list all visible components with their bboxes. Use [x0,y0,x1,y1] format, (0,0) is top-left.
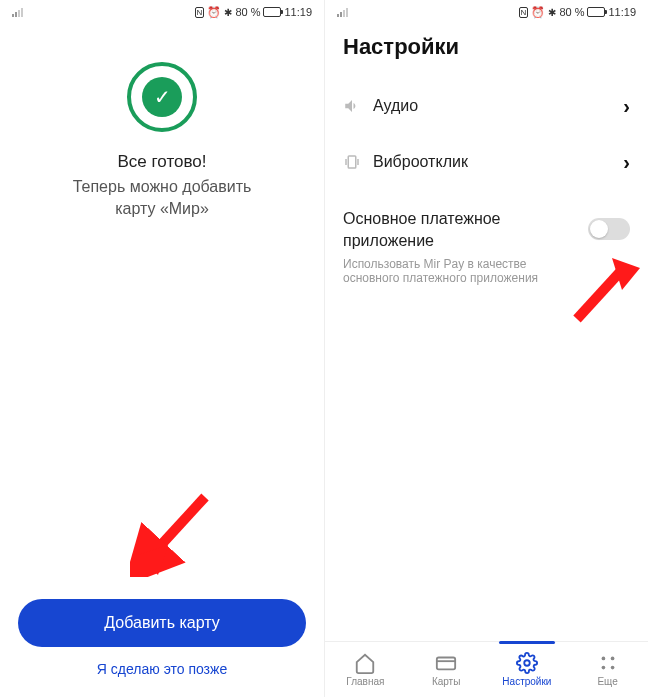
svg-line-6 [577,272,620,319]
vibration-icon [343,153,373,171]
svg-point-14 [610,666,614,670]
status-bar: N ⏰ ✱ 80 % 11:19 [0,0,324,22]
home-icon [354,652,376,674]
page-title: Настройки [343,22,630,78]
success-check-icon: ✓ [127,62,197,132]
battery-percent: 80 % [235,6,260,18]
status-time: 11:19 [608,6,636,18]
row-label: Виброотклик [373,153,623,171]
phone-screen-settings: N ⏰ ✱ 80 % 11:19 Настройки Аудио › Вибро… [324,0,648,697]
settings-row-audio[interactable]: Аудио › [343,78,630,134]
gear-icon [516,652,538,674]
nfc-icon: N [519,7,529,18]
phone-screen-onboarding: N ⏰ ✱ 80 % 11:19 ✓ Все готово! Теперь мо… [0,0,324,697]
more-icon [597,652,619,674]
nav-more[interactable]: Еще [567,642,648,697]
svg-point-11 [601,657,605,661]
bluetooth-icon: ✱ [224,7,232,18]
settings-row-vibro[interactable]: Виброотклик › [343,134,630,190]
nav-home[interactable]: Главная [325,642,406,697]
row-label: Аудио [373,97,623,115]
chevron-right-icon: › [623,95,630,118]
nav-label: Настройки [502,676,551,687]
alarm-icon: ⏰ [531,6,545,19]
svg-rect-8 [437,658,455,670]
nfc-icon: N [195,7,205,18]
nav-label: Карты [432,676,461,687]
svg-point-13 [601,666,605,670]
success-subtitle: Теперь можно добавить карту «Мир» [18,176,306,221]
battery-icon [587,7,605,17]
battery-icon [263,7,281,17]
svg-point-12 [610,657,614,661]
annotation-arrow-icon [130,487,220,577]
svg-point-10 [524,660,530,666]
success-title: Все готово! [18,152,306,172]
default-payment-toggle[interactable] [588,218,630,240]
toggle-title: Основное платежное приложение [343,208,630,253]
status-bar: N ⏰ ✱ 80 % 11:19 [325,0,648,22]
signal-icon [12,8,23,17]
card-icon [435,652,457,674]
bluetooth-icon: ✱ [548,7,556,18]
alarm-icon: ⏰ [207,6,221,19]
svg-line-1 [150,497,205,557]
nav-label: Еще [597,676,617,687]
svg-rect-3 [348,156,356,168]
status-time: 11:19 [284,6,312,18]
nav-cards[interactable]: Карты [406,642,487,697]
bottom-nav: Главная Карты Настройки Еще [325,641,648,697]
battery-percent: 80 % [559,6,584,18]
add-card-button[interactable]: Добавить карту [18,599,306,647]
chevron-right-icon: › [623,151,630,174]
annotation-arrow-icon [562,254,642,329]
signal-icon [337,8,348,17]
nav-label: Главная [346,676,384,687]
sound-icon [343,97,373,115]
do-later-link[interactable]: Я сделаю это позже [18,661,306,677]
nav-settings[interactable]: Настройки [487,642,568,697]
